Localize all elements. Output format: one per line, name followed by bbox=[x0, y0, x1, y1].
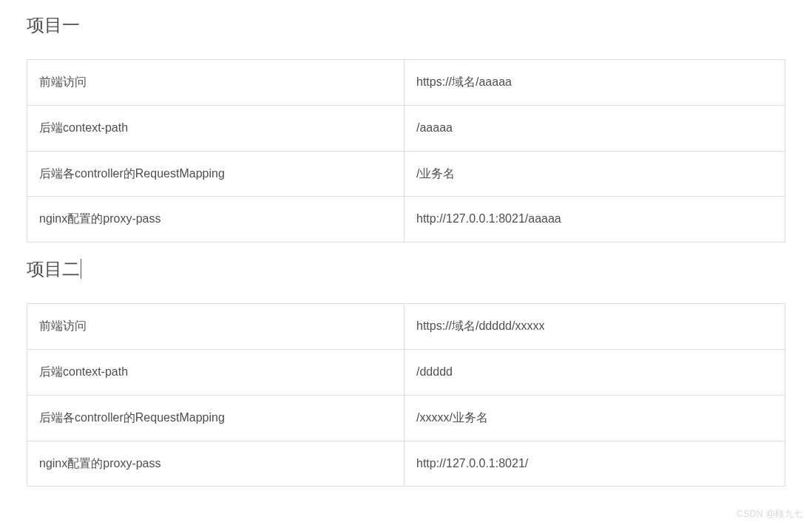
cell-value: https://域名/ddddd/xxxxx bbox=[405, 304, 785, 350]
watermark-text: CSDN @顾九七 bbox=[737, 508, 803, 521]
cell-label: 后端各controller的RequestMapping bbox=[27, 395, 405, 441]
section2-heading: 项目二 bbox=[27, 257, 785, 281]
table-row: nginx配置的proxy-pass http://127.0.0.1:8021… bbox=[27, 441, 785, 487]
cell-label: 后端context-path bbox=[27, 349, 405, 395]
section1-table: 前端访问 https://域名/aaaaa 后端context-path /aa… bbox=[27, 59, 785, 243]
cell-label: nginx配置的proxy-pass bbox=[27, 441, 405, 487]
cell-label: 前端访问 bbox=[27, 60, 405, 106]
cell-label: 后端context-path bbox=[27, 105, 405, 151]
table-row: 前端访问 https://域名/aaaaa bbox=[27, 60, 785, 106]
section2-table: 前端访问 https://域名/ddddd/xxxxx 后端context-pa… bbox=[27, 303, 785, 487]
cell-value: /xxxxx/业务名 bbox=[405, 395, 785, 441]
table-row: 后端各controller的RequestMapping /xxxxx/业务名 bbox=[27, 395, 785, 441]
cell-value: http://127.0.0.1:8021/aaaaa bbox=[405, 197, 785, 243]
cell-label: 前端访问 bbox=[27, 304, 405, 350]
section1-heading: 项目一 bbox=[27, 13, 785, 37]
cell-value: /业务名 bbox=[405, 151, 785, 197]
table-row: nginx配置的proxy-pass http://127.0.0.1:8021… bbox=[27, 197, 785, 243]
table-row: 后端各controller的RequestMapping /业务名 bbox=[27, 151, 785, 197]
cell-value: /aaaaa bbox=[405, 105, 785, 151]
cell-value: https://域名/aaaaa bbox=[405, 60, 785, 106]
table-row: 前端访问 https://域名/ddddd/xxxxx bbox=[27, 304, 785, 350]
cell-label: 后端各controller的RequestMapping bbox=[27, 151, 405, 197]
table-row: 后端context-path /ddddd bbox=[27, 349, 785, 395]
cell-label: nginx配置的proxy-pass bbox=[27, 197, 405, 243]
section2-title-text: 项目二 bbox=[27, 259, 81, 279]
cell-value: http://127.0.0.1:8021/ bbox=[405, 441, 785, 487]
cell-value: /ddddd bbox=[405, 349, 785, 395]
table-row: 后端context-path /aaaaa bbox=[27, 105, 785, 151]
